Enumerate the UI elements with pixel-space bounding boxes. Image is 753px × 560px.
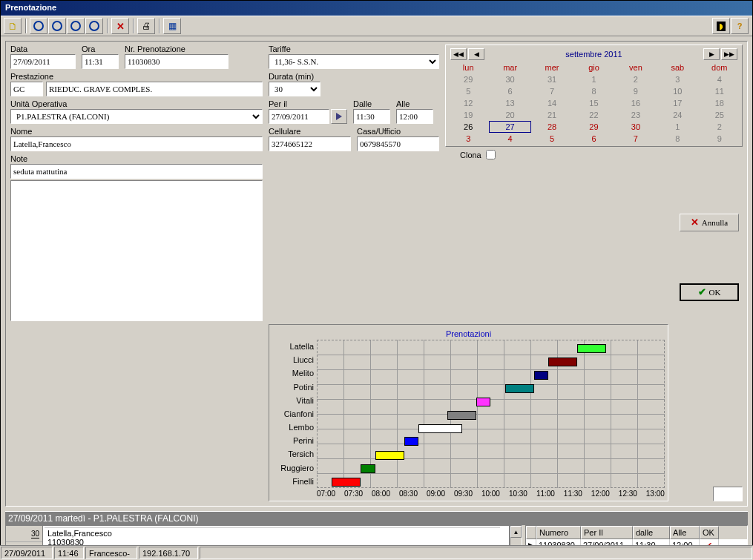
cal-day[interactable]: 21 <box>531 109 573 121</box>
peril-play-button[interactable] <box>331 109 347 124</box>
annulla-button[interactable]: ✕Annulla <box>680 214 739 231</box>
help-icon[interactable]: ? <box>731 18 749 34</box>
chart-ylabel: Tersich <box>272 449 314 458</box>
grid-row-selector <box>526 526 536 539</box>
cal-day[interactable]: 31 <box>531 73 573 85</box>
cal-day[interactable]: 3 <box>657 73 698 85</box>
appointment-item[interactable]: Latella,Francesco 11030830 <box>45 527 500 547</box>
alle-input[interactable] <box>396 109 433 124</box>
grid-header-peril[interactable]: Per Il <box>581 526 633 539</box>
cal-prev-year-button[interactable]: ◀◀ <box>450 48 467 60</box>
cal-day[interactable]: 30 <box>615 121 657 133</box>
cal-day[interactable]: 23 <box>615 109 657 121</box>
cal-next-year-button[interactable]: ▶▶ <box>721 48 737 60</box>
cal-day[interactable]: 1 <box>657 121 698 133</box>
chart-xtick: 09:30 <box>454 490 473 498</box>
note-textarea[interactable] <box>10 180 263 321</box>
cal-day[interactable]: 15 <box>573 97 614 109</box>
dalle-input[interactable] <box>353 109 390 124</box>
print-icon[interactable]: 🖨 <box>137 18 155 34</box>
cal-day[interactable]: 20 <box>489 109 530 121</box>
prestazione-code-input[interactable] <box>10 82 43 96</box>
cal-day[interactable]: 5 <box>531 133 573 145</box>
chart-ylabel: Potini <box>272 383 314 392</box>
cal-day[interactable]: 29 <box>573 121 614 133</box>
cal-day[interactable]: 28 <box>531 121 573 133</box>
cal-day[interactable]: 9 <box>699 133 740 145</box>
cal-day[interactable]: 8 <box>657 133 698 145</box>
calendar-icon[interactable]: ▦ <box>163 18 181 34</box>
grid-header-alle[interactable]: Alle <box>670 526 700 539</box>
cal-day[interactable]: 22 <box>573 109 614 121</box>
cal-day[interactable]: 19 <box>447 109 489 121</box>
cal-day[interactable]: 3 <box>447 133 489 145</box>
cal-day[interactable]: 17 <box>657 97 698 109</box>
cal-dow: mar <box>489 62 530 73</box>
cal-day[interactable]: 10 <box>657 85 698 97</box>
toolbar-separator <box>107 19 108 33</box>
cal-day[interactable]: 16 <box>615 97 657 109</box>
cal-dow: lun <box>447 62 489 73</box>
nav-next-icon[interactable] <box>67 18 85 34</box>
cal-day[interactable]: 9 <box>615 85 657 97</box>
cal-day[interactable]: 6 <box>489 85 530 97</box>
cal-next-month-button[interactable]: ▶ <box>703 48 720 60</box>
grid-header-dalle[interactable]: dalle <box>633 526 670 539</box>
note-input[interactable] <box>10 164 263 179</box>
window-titlebar: Prenotazione <box>1 1 752 16</box>
cal-prev-month-button[interactable]: ◀ <box>468 48 484 60</box>
nome-input[interactable] <box>10 136 263 151</box>
cal-day[interactable]: 4 <box>699 73 740 85</box>
cal-day[interactable]: 2 <box>615 73 657 85</box>
ok-button[interactable]: ✔OK <box>680 283 739 301</box>
cal-day[interactable]: 12 <box>447 97 489 109</box>
cal-day[interactable]: 24 <box>657 109 698 121</box>
data-input[interactable] <box>10 54 76 69</box>
clona-checkbox[interactable] <box>486 150 496 159</box>
unita-select[interactable]: P1.PALESTRA (FALCONI) <box>10 109 263 124</box>
cal-day[interactable]: 14 <box>531 97 573 109</box>
chart-ylabel: Finelli <box>272 477 314 486</box>
casa-input[interactable] <box>357 136 439 151</box>
cal-day[interactable]: 30 <box>489 73 530 85</box>
cal-day[interactable]: 11 <box>699 85 740 97</box>
nav-prev-icon[interactable] <box>48 18 66 34</box>
durata-select[interactable]: 30 <box>269 82 320 96</box>
cal-day[interactable]: 18 <box>699 97 740 109</box>
grid-header-ok[interactable]: OK <box>700 526 719 539</box>
npren-input[interactable] <box>125 54 228 69</box>
tariffe-select[interactable]: 11,36- S.S.N. <box>269 54 439 69</box>
grid-header-numero[interactable]: Numero <box>536 526 581 539</box>
cal-day[interactable]: 2 <box>699 121 740 133</box>
cal-day[interactable]: 8 <box>573 85 614 97</box>
status-ip: 192.168.1.70 <box>139 547 198 559</box>
exit-icon[interactable]: ◗ <box>712 18 730 34</box>
cal-day[interactable]: 13 <box>489 97 530 109</box>
cal-day[interactable]: 7 <box>615 133 657 145</box>
chart-bar <box>505 384 534 393</box>
small-input[interactable] <box>713 487 743 501</box>
cal-day[interactable]: 1 <box>573 73 614 85</box>
cal-day[interactable]: 5 <box>447 85 489 97</box>
cal-day[interactable]: 7 <box>531 85 573 97</box>
cal-day[interactable]: 26 <box>447 121 489 133</box>
toolbar-separator <box>159 19 160 33</box>
nav-first-icon[interactable] <box>30 18 47 34</box>
cal-day[interactable]: 25 <box>699 109 740 121</box>
cal-day[interactable]: 4 <box>489 133 530 145</box>
scroll-up-button[interactable]: ▲ <box>510 526 522 538</box>
alle-label: Alle <box>396 99 433 108</box>
toolbar: 🗋 ✕ 🖨 ▦ ◗ ? <box>1 16 752 36</box>
ora-input[interactable] <box>82 54 119 69</box>
chart-bar <box>534 371 548 380</box>
nav-last-icon[interactable] <box>85 18 103 34</box>
new-icon[interactable]: 🗋 <box>4 18 22 34</box>
cell-input[interactable] <box>269 136 351 151</box>
cal-day[interactable]: 29 <box>447 73 489 85</box>
cal-day[interactable]: 27 <box>489 121 530 133</box>
delete-icon[interactable]: ✕ <box>111 18 129 34</box>
peril-input[interactable] <box>269 109 329 124</box>
chart-xtick: 10:30 <box>509 490 527 498</box>
cal-day[interactable]: 6 <box>573 133 614 145</box>
prestazione-desc-input[interactable] <box>46 82 263 96</box>
